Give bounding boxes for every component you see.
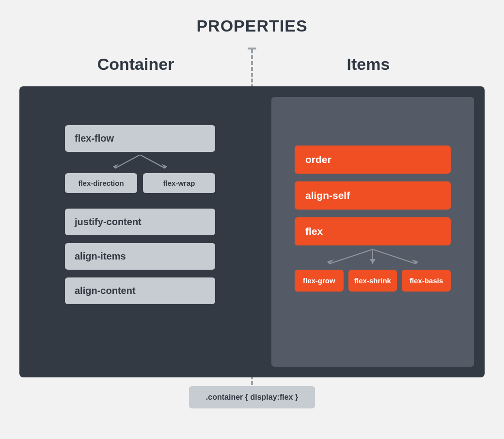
container-props: flex-flow flex-direction flex-wrap justi… [65, 125, 215, 312]
prop-flex-grow: flex-grow [295, 270, 344, 292]
flex-arrows [295, 249, 451, 267]
column-title-items: Items [252, 55, 485, 74]
prop-align-content: align-content [65, 277, 215, 304]
main-panel: flex-flow flex-direction flex-wrap justi… [19, 86, 485, 377]
flex-flow-arrows [65, 155, 215, 171]
items-column: order align-self flex flex-grow flex-shr… [261, 86, 485, 377]
prop-flex-shrink: flex-shrink [348, 270, 397, 292]
svg-line-0 [115, 155, 140, 168]
svg-line-4 [329, 249, 373, 264]
page-title: PROPERTIES [0, 0, 504, 35]
column-title-container: Container [19, 55, 252, 74]
prop-align-self: align-self [295, 181, 451, 210]
prop-flex-basis: flex-basis [402, 270, 451, 292]
flex-children: flex-grow flex-shrink flex-basis [295, 270, 451, 299]
svg-line-8 [373, 249, 416, 264]
prop-order: order [295, 146, 451, 174]
prop-flex-flow: flex-flow [65, 125, 215, 152]
footer-code: .container { display:flex } [189, 386, 315, 408]
prop-flex: flex [295, 217, 451, 245]
svg-line-2 [140, 155, 165, 168]
prop-justify-content: justify-content [65, 209, 215, 235]
flex-flow-children: flex-direction flex-wrap [65, 173, 215, 201]
svg-marker-7 [370, 259, 376, 264]
column-titles: Container Items [19, 55, 485, 74]
container-column: flex-flow flex-direction flex-wrap justi… [19, 86, 261, 377]
prop-align-items: align-items [65, 243, 215, 270]
prop-flex-direction: flex-direction [65, 173, 137, 193]
items-card: order align-self flex flex-grow flex-shr… [271, 97, 474, 367]
prop-flex-wrap: flex-wrap [143, 173, 215, 193]
